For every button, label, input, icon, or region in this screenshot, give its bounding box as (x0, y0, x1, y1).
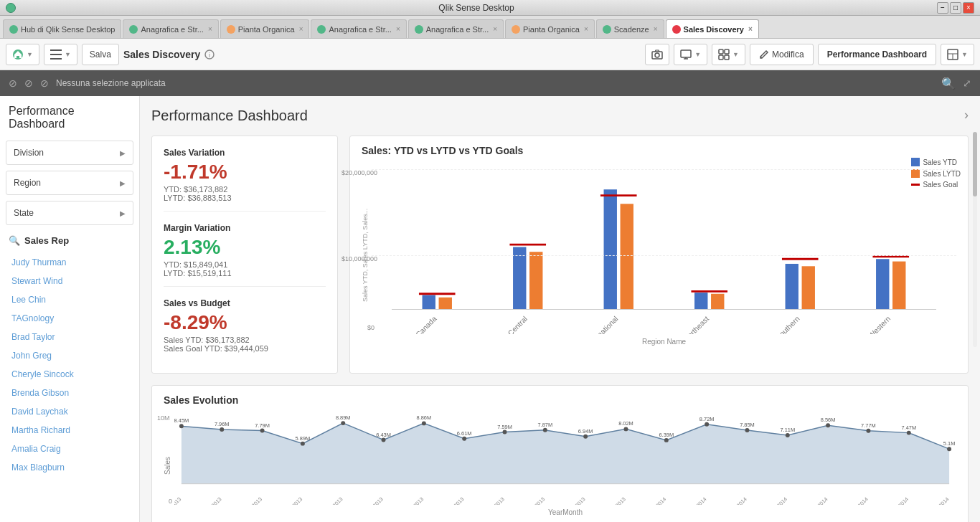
sidebar: Performance Dashboard Division ▶ Region … (0, 96, 140, 522)
svg-rect-2 (50, 54, 62, 55)
sales-rep-tagnology[interactable]: TAGnology (6, 309, 133, 328)
tab-anagrafica1[interactable]: Anagrafica e Str... × (123, 19, 218, 38)
svg-point-98 (947, 447, 951, 451)
svg-point-86 (786, 433, 790, 437)
tab-close-scadenze[interactable]: × (654, 25, 658, 33)
tab-label-anagrafica2: Anagrafica e Str... (329, 25, 391, 34)
svg-point-50 (301, 442, 305, 446)
clear-icon: ⊘ (40, 77, 49, 89)
tab-bar: Hub di Qlik Sense Desktop Anagrafica e S… (0, 16, 980, 39)
app-title: Sales Discovery (123, 49, 200, 60)
svg-text:6.61M: 6.61M (457, 430, 472, 437)
svg-text:Nov-2013: Nov-2013 (565, 496, 586, 505)
svg-point-44 (220, 427, 224, 432)
evolution-chart-container: 10M 0 8.45MJan-20137.96MFeb-20137.79MMar… (174, 412, 956, 519)
svg-text:Jun-2014: Jun-2014 (849, 496, 870, 505)
sales-rep-john-greg[interactable]: John Greg (6, 346, 133, 365)
chevron-right-icon: ▶ (120, 149, 126, 157)
tab-icon-anagrafica2 (317, 25, 326, 34)
tab-scadenze[interactable]: Scadenze × (596, 19, 664, 38)
svg-point-41 (179, 424, 184, 428)
kpi-panel: Sales Variation -1.71% YTD: $36,173,882 … (151, 136, 338, 374)
sales-rep-david-laychak[interactable]: David Laychak (6, 402, 133, 421)
minimize-button[interactable]: − (937, 2, 948, 14)
tab-close-anagrafica2[interactable]: × (396, 25, 400, 33)
tab-anagrafica3[interactable]: Anagrafica e Str... × (408, 19, 504, 38)
filter-state[interactable]: State ▶ (6, 201, 133, 225)
svg-rect-24 (604, 189, 617, 309)
toolbar-right: ▼ ▼ Modifica Performance Dashboard ▼ (645, 44, 974, 65)
sales-rep-brad-taylor[interactable]: Brad Taylor (6, 328, 133, 346)
kpi-sales-budget-ytd: Sales YTD: $36,173,882 (164, 336, 326, 344)
tab-hub[interactable]: Hub di Qlik Sense Desktop (3, 19, 121, 38)
kpi-sales-variation-value: -1.71% (164, 161, 326, 184)
svg-text:7.96M: 7.96M (215, 421, 230, 427)
svg-text:i: i (209, 52, 210, 59)
expand-icon[interactable]: ⤢ (963, 77, 971, 89)
svg-text:6.94M: 6.94M (578, 428, 593, 435)
tab-icon-anagrafica3 (415, 25, 423, 34)
sales-rep-cheryle-sincock[interactable]: Cheryle Sincock (6, 365, 133, 384)
window-controls[interactable]: − □ × (937, 2, 974, 14)
sales-rep-stewart-wind[interactable]: Stewart Wind (6, 272, 133, 290)
grid-line-top (372, 169, 956, 170)
tab-pianta1[interactable]: Pianta Organica × (220, 19, 310, 38)
kpi-margin-variation: Margin Variation 2.13% YTD: $15,849,041 … (164, 223, 326, 287)
sales-rep-brenda-gibson[interactable]: Brenda Gibson (6, 384, 133, 402)
screenshot-button[interactable] (645, 44, 669, 65)
bar-chart-svg: CanadaCentralInternationalNortheastSouth… (372, 169, 956, 334)
tab-close-pianta2[interactable]: × (584, 25, 588, 33)
layout-button[interactable]: ▼ (941, 44, 974, 65)
tab-close-pianta1[interactable]: × (299, 25, 303, 33)
tab-icon-pianta1 (227, 25, 235, 34)
home-button[interactable]: ▼ (6, 44, 39, 65)
perf-dash-button[interactable]: Performance Dashboard (818, 44, 936, 65)
grid-button[interactable]: ▼ (712, 44, 745, 65)
sales-rep-max-blagburn[interactable]: Max Blagburn (6, 458, 133, 477)
svg-text:Jun-2013: Jun-2013 (364, 496, 385, 505)
expand-content-button[interactable]: › (964, 108, 969, 123)
svg-text:Jan-2013: Jan-2013 (174, 496, 182, 505)
info-icon: i (204, 49, 215, 60)
modifica-button[interactable]: Modifica (750, 44, 814, 65)
chevron-down-icon: ▼ (27, 51, 33, 58)
svg-text:5.1M: 5.1M (943, 440, 956, 447)
svg-point-77 (664, 438, 669, 442)
grid-icon (718, 49, 730, 60)
svg-rect-37 (892, 262, 905, 310)
evolution-panel: Sales Evolution Sales 10M 0 8.45MJan-201… (151, 385, 969, 522)
tab-pianta2[interactable]: Pianta Organica × (505, 19, 595, 38)
search-button[interactable]: 🔍 (941, 77, 956, 90)
tab-close-anagrafica3[interactable]: × (493, 25, 497, 33)
sales-rep-amalia-craig[interactable]: Amalia Craig (6, 440, 133, 458)
save-button[interactable]: Salva (82, 44, 119, 65)
svg-text:Aug-2013: Aug-2013 (444, 496, 465, 505)
tab-close-sales[interactable]: × (748, 25, 753, 33)
tab-label-anagrafica1: Anagrafica e Str... (141, 25, 203, 34)
filter-division[interactable]: Division ▶ (6, 141, 133, 165)
menu-button[interactable]: ▼ (44, 44, 77, 65)
svg-point-56 (382, 438, 386, 442)
y-label-mid: $10,000,000 (341, 255, 377, 262)
svg-point-59 (422, 421, 426, 425)
kpi-margin-variation-ytd: YTD: $15,849,041 (164, 260, 326, 269)
close-button[interactable]: × (963, 2, 974, 14)
svg-point-92 (866, 429, 870, 433)
chevron-right-icon2: ▶ (120, 179, 126, 187)
fullscreen-button[interactable]: ▼ (674, 44, 707, 65)
svg-text:7.77M: 7.77M (861, 422, 876, 429)
tab-sales[interactable]: Sales Discovery × (666, 19, 759, 38)
sales-rep-martha-richard[interactable]: Martha Richard (6, 421, 133, 440)
tab-close-anagrafica1[interactable]: × (208, 25, 212, 33)
sales-rep-lee-chin[interactable]: Lee Chin (6, 290, 133, 309)
maximize-button[interactable]: □ (950, 2, 961, 14)
tab-anagrafica2[interactable]: Anagrafica e Str... × (311, 19, 406, 38)
kpi-margin-variation-value: 2.13% (164, 236, 326, 259)
kpi-margin-variation-lytd: LYTD: $15,519,111 (164, 269, 326, 277)
sales-rep-judy-thurman[interactable]: Judy Thurman (6, 253, 133, 272)
svg-point-47 (260, 429, 265, 433)
back-icon: ⊘ (9, 77, 17, 89)
svg-text:Feb-2013: Feb-2013 (202, 496, 223, 505)
sidebar-title: Performance Dashboard (6, 105, 133, 130)
filter-region[interactable]: Region ▶ (6, 171, 133, 195)
